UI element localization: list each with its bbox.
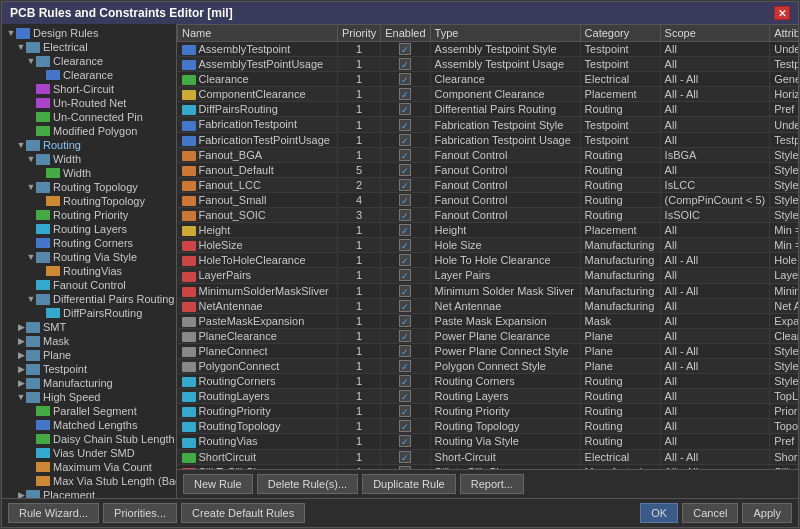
enabled-checkbox[interactable]: ✓: [399, 58, 411, 70]
tree-item-electrical[interactable]: ▼ Electrical: [4, 40, 174, 54]
table-row[interactable]: ComponentClearance 1 ✓ Component Clearan…: [178, 87, 799, 102]
table-row[interactable]: MinimumSolderMaskSliver 1 ✓ Minimum Sold…: [178, 283, 799, 298]
duplicate-rule-button[interactable]: Duplicate Rule: [362, 474, 456, 494]
enabled-checkbox[interactable]: ✓: [399, 451, 411, 463]
col-priority[interactable]: Priority: [338, 25, 381, 42]
enabled-checkbox[interactable]: ✓: [399, 134, 411, 146]
enabled-checkbox[interactable]: ✓: [399, 179, 411, 191]
table-row[interactable]: Fanout_Default 5 ✓ Fanout Control Routin…: [178, 162, 799, 177]
table-row[interactable]: FabricationTestPointUsage 1 ✓ Fabricatio…: [178, 132, 799, 147]
table-row[interactable]: Fanout_LCC 2 ✓ Fanout Control Routing Is…: [178, 177, 799, 192]
enabled-checkbox[interactable]: ✓: [399, 224, 411, 236]
tree-item-modified-polygon[interactable]: Modified Polygon: [4, 124, 174, 138]
tree-item-daisy-chain[interactable]: Daisy Chain Stub Length: [4, 432, 174, 446]
col-name[interactable]: Name: [178, 25, 338, 42]
apply-button[interactable]: Apply: [742, 503, 792, 523]
table-row[interactable]: ShortCircuit 1 ✓ Short-Circuit Electrica…: [178, 449, 799, 464]
enabled-checkbox[interactable]: ✓: [399, 390, 411, 402]
tree-item-width[interactable]: ▼ Width: [4, 152, 174, 166]
rule-wizard-button[interactable]: Rule Wizard...: [8, 503, 99, 523]
enabled-checkbox[interactable]: ✓: [399, 420, 411, 432]
enabled-checkbox[interactable]: ✓: [399, 345, 411, 357]
tree-item-routing-topology2[interactable]: RoutingTopology: [4, 194, 174, 208]
report-button[interactable]: Report...: [460, 474, 524, 494]
tree-item-clearance[interactable]: ▼ Clearance: [4, 54, 174, 68]
col-type[interactable]: Type: [430, 25, 580, 42]
table-row[interactable]: NetAntennae 1 ✓ Net Antennae Manufacturi…: [178, 298, 799, 313]
enabled-checkbox[interactable]: ✓: [399, 239, 411, 251]
tree-item-matched-lengths[interactable]: Matched Lengths: [4, 418, 174, 432]
tree-item-mask[interactable]: ▶ Mask: [4, 334, 174, 348]
tree-item-max-via[interactable]: Maximum Via Count: [4, 460, 174, 474]
col-enabled[interactable]: Enabled: [381, 25, 430, 42]
enabled-checkbox[interactable]: ✓: [399, 269, 411, 281]
enabled-checkbox[interactable]: ✓: [399, 375, 411, 387]
tree-item-clearance2[interactable]: Clearance: [4, 68, 174, 82]
tree-item-placement[interactable]: ▶ Placement: [4, 488, 174, 498]
table-row[interactable]: AssemblyTestPointUsage 1 ✓ Assembly Test…: [178, 57, 799, 72]
table-row[interactable]: RoutingPriority 1 ✓ Routing Priority Rou…: [178, 404, 799, 419]
tree-item-routing-priority[interactable]: Routing Priority: [4, 208, 174, 222]
enabled-checkbox[interactable]: ✓: [399, 330, 411, 342]
tree-item-high-speed[interactable]: ▼ High Speed: [4, 390, 174, 404]
tree-item-short-circuit[interactable]: Short-Circuit: [4, 82, 174, 96]
tree-item-parallel-segment[interactable]: Parallel Segment: [4, 404, 174, 418]
enabled-checkbox[interactable]: ✓: [399, 149, 411, 161]
table-row[interactable]: Fanout_BGA 1 ✓ Fanout Control Routing Is…: [178, 147, 799, 162]
enabled-checkbox[interactable]: ✓: [399, 119, 411, 131]
enabled-checkbox[interactable]: ✓: [399, 88, 411, 100]
tree-item-un-routed-net[interactable]: Un-Routed Net: [4, 96, 174, 110]
table-row[interactable]: LayerPairs 1 ✓ Layer Pairs Manufacturing…: [178, 268, 799, 283]
table-row[interactable]: RoutingVias 1 ✓ Routing Via Style Routin…: [178, 434, 799, 449]
table-row[interactable]: PlaneClearance 1 ✓ Power Plane Clearance…: [178, 328, 799, 343]
tree-item-un-connected-pin[interactable]: Un-Connected Pin: [4, 110, 174, 124]
tree-item-smt[interactable]: ▶ SMT: [4, 320, 174, 334]
tree-item-routing-corners[interactable]: Routing Corners: [4, 236, 174, 250]
tree-item-fanout-control[interactable]: Fanout Control: [4, 278, 174, 292]
close-button[interactable]: ✕: [774, 6, 790, 20]
enabled-checkbox[interactable]: ✓: [399, 43, 411, 55]
tree-item-routing[interactable]: ▼ Routing: [4, 138, 174, 152]
tree-item-diff-pairs-routing2[interactable]: DiffPairsRouting: [4, 306, 174, 320]
enabled-checkbox[interactable]: ✓: [399, 209, 411, 221]
enabled-checkbox[interactable]: ✓: [399, 315, 411, 327]
tree-item-vias-under-smd[interactable]: Vias Under SMD: [4, 446, 174, 460]
create-defaults-button[interactable]: Create Default Rules: [181, 503, 305, 523]
table-row[interactable]: DiffPairsRouting 1 ✓ Differential Pairs …: [178, 102, 799, 117]
table-row[interactable]: PasteMaskExpansion 1 ✓ Paste Mask Expans…: [178, 313, 799, 328]
priorities-button[interactable]: Priorities...: [103, 503, 177, 523]
enabled-checkbox[interactable]: ✓: [399, 285, 411, 297]
table-row[interactable]: Height 1 ✓ Height Placement All Min = 1m…: [178, 223, 799, 238]
table-row[interactable]: Fanout_Small 4 ✓ Fanout Control Routing …: [178, 192, 799, 207]
table-row[interactable]: PlaneConnect 1 ✓ Power Plane Connect Sty…: [178, 343, 799, 358]
table-row[interactable]: Clearance 1 ✓ Clearance Electrical All -…: [178, 72, 799, 87]
enabled-checkbox[interactable]: ✓: [399, 164, 411, 176]
enabled-checkbox[interactable]: ✓: [399, 73, 411, 85]
tree-item-routing-topology[interactable]: ▼ Routing Topology: [4, 180, 174, 194]
tree-item-width2[interactable]: Width: [4, 166, 174, 180]
enabled-checkbox[interactable]: ✓: [399, 103, 411, 115]
enabled-checkbox[interactable]: ✓: [399, 254, 411, 266]
enabled-checkbox[interactable]: ✓: [399, 435, 411, 447]
tree-item-diff-pairs-routing[interactable]: ▼ Differential Pairs Routing: [4, 292, 174, 306]
tree-item-manufacturing[interactable]: ▶ Manufacturing: [4, 376, 174, 390]
tree-item-max-via-stub[interactable]: Max Via Stub Length (Back Drilling): [4, 474, 174, 488]
enabled-checkbox[interactable]: ✓: [399, 360, 411, 372]
table-row[interactable]: RoutingTopology 1 ✓ Routing Topology Rou…: [178, 419, 799, 434]
tree-item-testpoint[interactable]: ▶ Testpoint: [4, 362, 174, 376]
enabled-checkbox[interactable]: ✓: [399, 194, 411, 206]
tree-item-routing-layers[interactable]: Routing Layers: [4, 222, 174, 236]
table-row[interactable]: FabricationTestpoint 1 ✓ Fabrication Tes…: [178, 117, 799, 132]
table-row[interactable]: HoleSize 1 ✓ Hole Size Manufacturing All…: [178, 238, 799, 253]
cancel-button[interactable]: Cancel: [682, 503, 738, 523]
col-attributes[interactable]: Attributes: [770, 25, 798, 42]
tree-item-routing-vias[interactable]: RoutingVias: [4, 264, 174, 278]
col-scope[interactable]: Scope: [660, 25, 770, 42]
table-row[interactable]: AssemblyTestpoint 1 ✓ Assembly Testpoint…: [178, 42, 799, 57]
table-row[interactable]: RoutingCorners 1 ✓ Routing Corners Routi…: [178, 374, 799, 389]
enabled-checkbox[interactable]: ✓: [399, 300, 411, 312]
enabled-checkbox[interactable]: ✓: [399, 405, 411, 417]
delete-rule-button[interactable]: Delete Rule(s)...: [257, 474, 358, 494]
new-rule-button[interactable]: New Rule: [183, 474, 253, 494]
tree-item-routing-via-style[interactable]: ▼ Routing Via Style: [4, 250, 174, 264]
